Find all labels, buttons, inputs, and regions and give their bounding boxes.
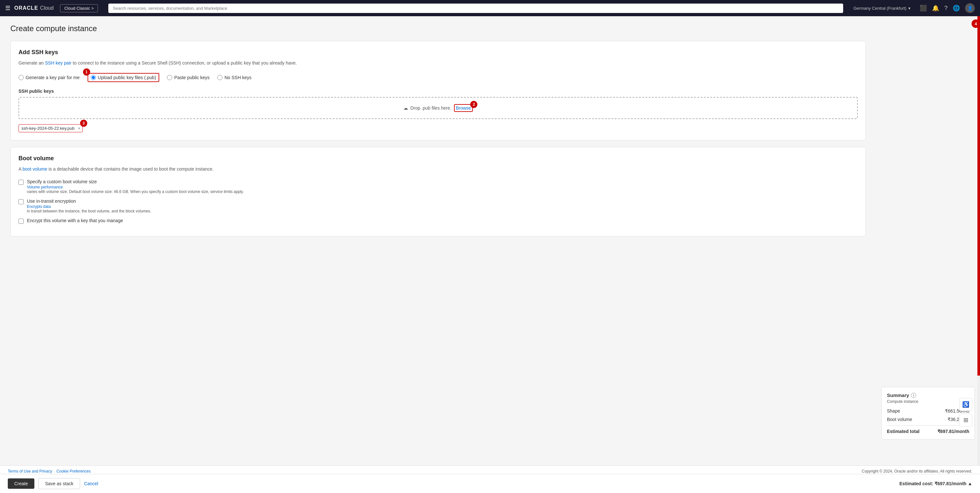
radio-upload-input[interactable] — [91, 75, 96, 80]
radio-generate[interactable]: Generate a key pair for me — [19, 75, 80, 80]
in-transit-checkbox[interactable] — [19, 199, 24, 204]
cancel-link[interactable]: Cancel — [84, 481, 98, 486]
custom-size-label[interactable]: Specify a custom boot volume size — [27, 179, 97, 184]
file-tag-wrap: 3 ssh-key-2024-05-22.key.pub × — [19, 124, 858, 132]
cost-estimate-label: Estimated cost: ₹697.81/month — [900, 481, 967, 486]
bell-icon[interactable]: 🔔 — [932, 5, 939, 12]
file-tag-close-button[interactable]: × — [78, 126, 80, 131]
radio-nossh-label: No SSH keys — [224, 75, 251, 80]
cost-chevron-icon[interactable]: ▲ — [968, 481, 972, 486]
bottom-bar: Create Save as stack Cancel Estimated co… — [0, 474, 980, 493]
ssh-public-keys-label: SSH public keys — [19, 89, 858, 94]
radio-generate-input[interactable] — [19, 75, 24, 80]
check-custom-size: Specify a custom boot volume size Volume… — [19, 179, 858, 194]
cloud-classic-button[interactable]: Cloud Classic > — [60, 4, 98, 12]
radio-generate-label: Generate a key pair for me — [25, 75, 80, 80]
terms-link[interactable]: Terms of Use and Privacy — [8, 469, 52, 474]
boot-card-description: A boot volume is a detachable device tha… — [19, 166, 858, 173]
cookie-link[interactable]: Cookie Preferences — [56, 469, 91, 474]
search-container — [108, 3, 843, 13]
copyright-text: Copyright © 2024, Oracle and/or its affi… — [862, 469, 972, 474]
footer-links: Terms of Use and Privacy Cookie Preferen… — [8, 469, 91, 474]
region-selector[interactable]: Germany Central (Frankfurt) ▾ — [854, 6, 911, 11]
upload-cloud-icon: ☁ — [403, 105, 408, 111]
summary-total-value: ₹697.81/month — [937, 429, 969, 434]
boot-volume-link[interactable]: boot volume — [22, 166, 47, 172]
page-title: Create compute instance — [10, 24, 866, 33]
help-icon[interactable]: ? — [944, 5, 948, 12]
cloud-logo-text: Cloud — [40, 5, 54, 11]
in-transit-label[interactable]: Use in-transit encryption — [27, 199, 76, 204]
volume-performance-link[interactable]: Volume performance — [27, 185, 244, 189]
browse-link[interactable]: Browse — [456, 105, 471, 111]
summary-total-row: Estimated total ₹697.81/month — [887, 429, 969, 434]
help-apps-button[interactable]: ⊞ — [959, 413, 972, 426]
radio-nossh[interactable]: No SSH keys — [217, 75, 251, 80]
drop-zone-inner: ☁ Drop .pub files here. Browse 2 — [27, 105, 849, 111]
region-label: Germany Central (Frankfurt) — [854, 6, 907, 11]
avatar[interactable]: 👤 — [965, 3, 975, 13]
region-chevron-icon: ▾ — [908, 6, 911, 11]
check-in-transit: Use in-transit encryption Encrypts data … — [19, 199, 858, 213]
custom-size-checkbox[interactable] — [19, 180, 24, 185]
drop-text: Drop .pub files here. — [410, 105, 452, 111]
topnav: ☰ ORACLE Cloud Cloud Classic > Germany C… — [0, 0, 980, 16]
step-badge-4: 4 — [972, 19, 980, 28]
in-transit-content: Use in-transit encryption Encrypts data … — [27, 199, 151, 213]
radio-paste[interactable]: Paste public keys — [167, 75, 210, 80]
search-input[interactable] — [108, 3, 843, 13]
radio-upload-wrapper: 1 Upload public key files (.pub) — [88, 73, 159, 82]
ssh-radio-group: Generate a key pair for me 1 Upload publ… — [19, 73, 858, 82]
console-icon[interactable]: ⬛ — [920, 5, 927, 12]
file-tag-name: ssh-key-2024-05-22.key.pub — [21, 126, 75, 131]
right-panel: Summary i Compute instance Shape ₹661.56… — [876, 16, 980, 466]
help-accessibility-button[interactable]: ♿ — [959, 398, 972, 411]
summary-header: Summary i — [887, 393, 969, 398]
encrypt-key-checkbox[interactable] — [19, 219, 24, 224]
scrollbar-thumb — [977, 16, 980, 375]
ssh-keys-card: Add SSH keys Generate an SSH key pair to… — [10, 41, 866, 140]
browse-wrapper: Browse 2 — [454, 105, 473, 111]
summary-subtitle: Compute instance — [887, 399, 969, 404]
help-panel: ♿ ⊞ — [959, 398, 972, 426]
radio-upload[interactable]: Upload public key files (.pub) — [88, 73, 159, 82]
hamburger-icon[interactable]: ☰ — [5, 5, 10, 12]
radio-upload-label: Upload public key files (.pub) — [98, 75, 156, 80]
boot-card-title: Boot volume — [19, 155, 858, 162]
radio-nossh-input[interactable] — [217, 75, 223, 80]
check-encrypt-key: Encrypt this volume with a key that you … — [19, 218, 858, 224]
oracle-logo-text: ORACLE — [14, 5, 38, 11]
logo: ORACLE Cloud — [14, 5, 54, 11]
save-stack-button[interactable]: Save as stack — [38, 478, 80, 489]
scrollbar[interactable] — [977, 16, 980, 466]
content-area: Create compute instance Add SSH keys Gen… — [0, 16, 876, 466]
step-badge-2: 2 — [470, 101, 477, 108]
cost-estimate: Estimated cost: ₹697.81/month ▲ — [900, 481, 972, 486]
custom-size-content: Specify a custom boot volume size Volume… — [27, 179, 244, 194]
file-tag: ssh-key-2024-05-22.key.pub × — [19, 124, 83, 132]
topnav-icons: ⬛ 🔔 ? 🌐 👤 — [920, 3, 975, 13]
ssh-key-pair-link[interactable]: SSH key pair — [45, 60, 72, 65]
create-button[interactable]: Create — [8, 479, 34, 489]
in-transit-sublabel: Encrypts data in transit between the ins… — [27, 204, 151, 213]
step-badge-3: 3 — [80, 120, 87, 127]
encrypt-key-label[interactable]: Encrypt this volume with a key that you … — [27, 218, 123, 223]
ssh-card-title: Add SSH keys — [19, 49, 858, 56]
summary-row-shape: Shape ₹661.56/mo — [887, 408, 969, 413]
encrypts-data-link[interactable]: Encrypts data — [27, 204, 151, 209]
boot-volume-card: Boot volume A boot volume is a detachabl… — [10, 147, 866, 237]
ssh-card-description: Generate an SSH key pair to connect to t… — [19, 60, 858, 67]
summary-total-label: Estimated total — [887, 429, 920, 434]
summary-title: Summary — [887, 393, 909, 398]
summary-divider — [887, 425, 969, 426]
main-layout: Create compute instance Add SSH keys Gen… — [0, 16, 980, 466]
summary-row-boot: Boot volume ₹36.25/mo — [887, 417, 969, 422]
radio-paste-label: Paste public keys — [174, 75, 210, 80]
drop-zone[interactable]: ☁ Drop .pub files here. Browse 2 — [19, 97, 858, 119]
summary-shape-label: Shape — [887, 408, 900, 413]
custom-size-sublabel: Volume performance varies with volume si… — [27, 185, 244, 194]
file-tag-badge-wrap: 3 ssh-key-2024-05-22.key.pub × — [19, 124, 83, 132]
radio-paste-input[interactable] — [167, 75, 172, 80]
summary-info-icon[interactable]: i — [911, 393, 916, 398]
globe-icon[interactable]: 🌐 — [953, 5, 960, 12]
